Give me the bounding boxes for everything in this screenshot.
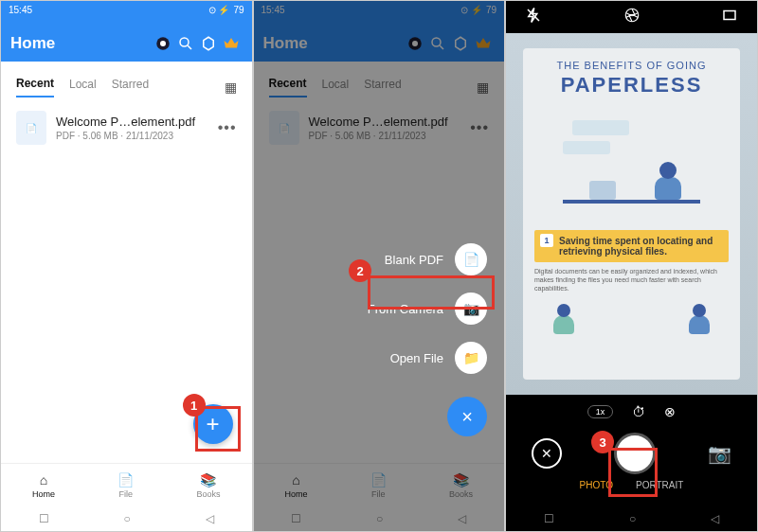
tab-local[interactable]: Local <box>69 78 97 97</box>
filter-icon[interactable]: ⊗ <box>664 404 676 419</box>
flash-icon[interactable] <box>525 7 542 27</box>
poster-point: 1 Saving time spent on locating and retr… <box>534 230 729 262</box>
fab-label: Blank PDF <box>385 253 443 267</box>
poster-illustration <box>534 115 729 219</box>
status-right: ⊙ ⚡ 79 <box>208 5 244 15</box>
screen-2: 15:45 ⊙ ⚡ 79 Home Recent Local Starred ▦… <box>253 0 506 532</box>
fab-menu: Blank PDF 📄 From Camera 📷 Open File 📁 × <box>368 243 487 436</box>
status-bar: 15:45 ⊙ ⚡ 79 <box>1 1 252 18</box>
tabs: Recent Local Starred ▦ <box>16 77 237 98</box>
nav-recent-icon[interactable]: ☐ <box>544 512 554 525</box>
aspect-ratio-icon[interactable] <box>721 7 738 27</box>
camera-top-bar <box>506 1 757 33</box>
file-meta: PDF · 5.06 MB · 21/11/2023 <box>56 131 208 141</box>
callout-3: 3 <box>591 431 614 453</box>
file-row[interactable]: 📄 Welcome P…element.pdf PDF · 5.06 MB · … <box>16 111 237 145</box>
callout-2-border <box>368 275 495 310</box>
nav-file[interactable]: 📄File <box>117 472 134 499</box>
file-thumb-icon: 📄 <box>16 111 46 145</box>
settings-icon[interactable] <box>197 32 220 55</box>
svg-line-3 <box>188 45 191 49</box>
svg-point-2 <box>180 38 189 46</box>
header: 15:45 ⊙ ⚡ 79 Home <box>1 1 252 62</box>
fab-close[interactable]: × <box>447 397 487 436</box>
callout-1: 1 <box>183 394 206 417</box>
file-icon: 📄 <box>117 472 134 488</box>
fab-label: Open File <box>390 351 443 365</box>
switch-camera-icon[interactable]: 📷 <box>708 442 731 465</box>
nav-recent-icon[interactable]: ☐ <box>39 512 49 525</box>
poster-desc: Digital documents can be easily organize… <box>534 267 729 293</box>
search-icon[interactable] <box>174 32 197 55</box>
poster-title-2: PAPERLESS <box>534 73 729 98</box>
nav-home-icon[interactable]: ○ <box>629 512 636 525</box>
bottom-nav: ⌂Home 📄File 📚Books <box>1 463 252 506</box>
callout-2: 2 <box>349 259 371 282</box>
folder-icon: 📁 <box>455 342 487 374</box>
screen-3-camera: THE BENEFITS OF GOING PAPERLESS 1 Saving… <box>505 0 758 532</box>
books-icon: 📚 <box>200 472 216 488</box>
system-nav: ☐ ○ ◁ <box>506 506 757 531</box>
svg-point-1 <box>160 41 166 46</box>
screen-1: 15:45 ⊙ ⚡ 79 Home Recent Local Starred ▦… <box>0 0 253 532</box>
callout-3-border <box>608 448 658 497</box>
svg-rect-12 <box>724 11 735 20</box>
nav-books[interactable]: 📚Books <box>196 472 220 499</box>
poster-illustration-2 <box>534 300 729 338</box>
system-nav: ☐ ○ ◁ <box>1 506 252 531</box>
home-icon: ⌂ <box>40 472 47 488</box>
nav-home-icon[interactable]: ○ <box>124 512 131 525</box>
svg-point-11 <box>625 9 639 22</box>
poster: THE BENEFITS OF GOING PAPERLESS 1 Saving… <box>523 48 740 380</box>
viewfinder: THE BENEFITS OF GOING PAPERLESS 1 Saving… <box>506 33 757 395</box>
zoom-badge[interactable]: 1x <box>587 405 614 418</box>
poster-point-text: Saving time spent on locating and retrie… <box>559 236 713 257</box>
status-time: 15:45 <box>9 5 32 15</box>
svg-marker-4 <box>203 37 213 50</box>
nav-home[interactable]: ⌂Home <box>32 472 55 499</box>
cancel-button[interactable]: ✕ <box>532 438 562 469</box>
account-icon[interactable] <box>152 32 174 55</box>
page-title: Home <box>10 34 152 53</box>
document-icon: 📄 <box>455 243 487 275</box>
file-info: Welcome P…element.pdf PDF · 5.06 MB · 21… <box>56 115 208 141</box>
fab-option-blank-pdf[interactable]: Blank PDF 📄 <box>385 243 487 275</box>
grid-view-icon[interactable]: ▦ <box>225 80 237 95</box>
tab-recent[interactable]: Recent <box>16 77 54 98</box>
nav-back-icon[interactable]: ◁ <box>206 512 214 525</box>
file-name: Welcome P…element.pdf <box>56 115 208 129</box>
poster-point-num: 1 <box>540 234 553 247</box>
timer-icon[interactable]: ⏱ <box>632 404 645 419</box>
poster-title-1: THE BENEFITS OF GOING <box>534 60 729 71</box>
camera-controls: 1x ⏱ ⊗ <box>506 395 757 429</box>
aperture-icon[interactable] <box>623 7 641 27</box>
tab-starred[interactable]: Starred <box>112 78 149 97</box>
more-icon[interactable]: ••• <box>218 119 237 136</box>
fab-option-open-file[interactable]: Open File 📁 <box>390 342 487 374</box>
crown-icon[interactable] <box>220 32 243 55</box>
nav-back-icon[interactable]: ◁ <box>711 512 719 525</box>
